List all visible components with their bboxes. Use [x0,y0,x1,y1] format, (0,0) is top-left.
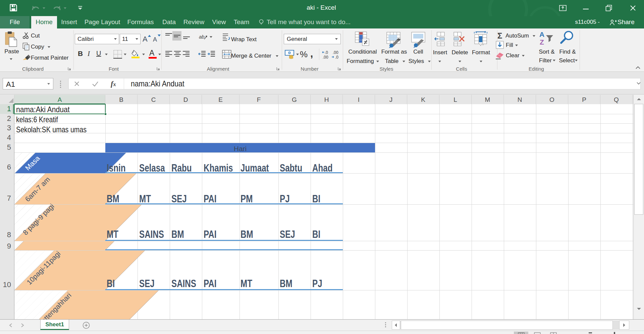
svg-text:ab: ab [199,34,205,40]
svg-text:.00: .00 [333,50,338,55]
svg-text:.00: .00 [323,55,328,59]
svg-text:.0: .0 [325,50,328,55]
svg-text:.0: .0 [335,55,338,59]
